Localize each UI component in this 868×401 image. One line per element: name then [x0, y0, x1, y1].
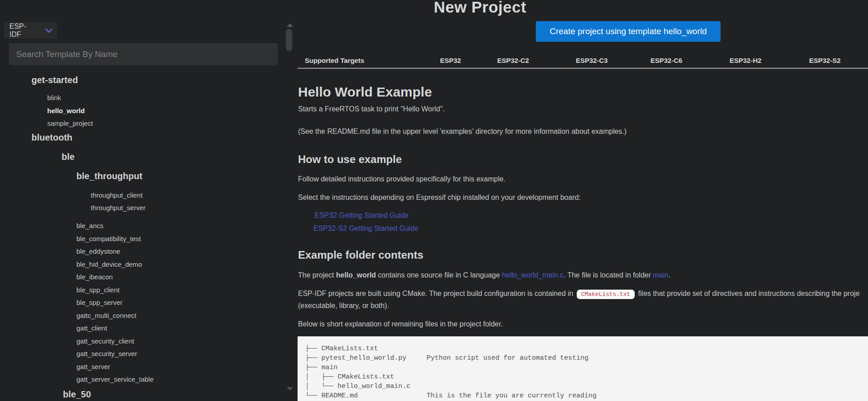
readme-paragraph: (See the README.md file in the upper lev…: [298, 128, 627, 136]
folder-contents-heading: Example folder contents: [298, 249, 423, 261]
readme-paragraph: Select the instructions depending on Esp…: [298, 194, 581, 202]
esp32-guide-link[interactable]: ESP32 Getting Started Guide: [315, 212, 409, 219]
scrollbar-up-arrow-icon[interactable]: [287, 23, 293, 27]
targets-divider: [298, 68, 868, 69]
tree-item-ble_ancs[interactable]: ble_ancs: [76, 220, 103, 232]
tree-item-gatt_server_service_table[interactable]: gatt_server_service_table: [76, 373, 154, 386]
tree-item-ble_hid_device_demo[interactable]: ble_hid_device_demo: [76, 258, 142, 271]
tree-item-throughput_server[interactable]: throughput_server: [91, 202, 146, 214]
target-chip-ESP32-C6: ESP32-C6: [650, 57, 682, 64]
main-folder-link[interactable]: main: [653, 271, 668, 279]
sidebar-scrollbar-thumb[interactable]: [286, 29, 292, 51]
tree-category-ble[interactable]: ble: [62, 150, 75, 163]
tree-item-gatt_server[interactable]: gatt_server: [76, 361, 110, 373]
folder-tree-text: ├── CMakeLists.txt ├── pytest_hello_worl…: [305, 344, 868, 401]
text-run: . The file is located in folder: [564, 271, 653, 279]
target-chip-ESP32: ESP32: [440, 57, 461, 64]
tree-item-gatt_security_server[interactable]: gatt_security_server: [76, 348, 137, 360]
tree-item-ble_eddystone[interactable]: ble_eddystone: [76, 245, 120, 258]
tree-category-ble_50[interactable]: ble_50: [63, 388, 91, 401]
tree-item-gatt_client[interactable]: gatt_client: [76, 322, 107, 335]
target-chip-ESP32-S2: ESP32-S2: [809, 57, 841, 64]
tree-item-gattc_multi_connect[interactable]: gattc_multi_connect: [76, 309, 136, 322]
how-to-use-heading: How to use example: [298, 153, 402, 166]
readme-paragraph: Below is short explanation of remaining …: [298, 320, 503, 328]
readme-paragraph: ESP-IDF projects are built using CMake. …: [298, 290, 859, 298]
tree-category-bluetooth[interactable]: bluetooth: [31, 131, 72, 144]
text-run: .: [668, 271, 670, 279]
list-item: ESP32 Getting Started Guide: [315, 212, 409, 220]
readme-title: Hello World Example: [298, 84, 432, 100]
tree-item-hello_world[interactable]: hello_world: [47, 105, 85, 117]
target-chip-ESP32-C2: ESP32-C2: [497, 57, 529, 64]
folder-tree-code-block: ├── CMakeLists.txt ├── pytest_hello_worl…: [298, 336, 868, 401]
target-chip-ESP32-H2: ESP32-H2: [730, 57, 761, 64]
page-title: New Project: [434, 0, 526, 16]
text-run: hello_world: [336, 271, 376, 279]
tree-item-gatt_security_client[interactable]: gatt_security_client: [76, 335, 134, 348]
tree-item-ble_spp_server[interactable]: ble_spp_server: [76, 296, 123, 309]
supported-targets-label: Supported Targets: [305, 57, 364, 64]
tree-item-ble_compatibility_test[interactable]: ble_compatibility_test: [76, 233, 141, 245]
target-chip-ESP32-C3: ESP32-C3: [576, 57, 608, 64]
inline-code-cmakelists: CMakeLists.txt: [577, 290, 635, 299]
scrollbar-down-arrow-icon[interactable]: [287, 387, 293, 391]
tree-item-blink[interactable]: blink: [47, 92, 61, 104]
new-project-page: ESP-IDF get-startedblinkhello_worldsampl…: [0, 0, 868, 401]
tree-item-throughput_client[interactable]: throughput_client: [91, 189, 142, 202]
template-tree: get-startedblinkhello_worldsample_projec…: [0, 0, 283, 401]
readme-paragraph: Follow detailed instructions provided sp…: [298, 175, 506, 183]
list-item: ESP32-S2 Getting Started Guide: [313, 225, 418, 233]
readme-paragraph: (executable, library, or both).: [298, 302, 389, 310]
tree-item-ble_spp_client[interactable]: ble_spp_client: [76, 284, 120, 296]
tree-item-sample_project[interactable]: sample_project: [47, 117, 93, 130]
esp32-s2-guide-link[interactable]: ESP32-S2 Getting Started Guide: [313, 225, 418, 232]
hello-world-main-link[interactable]: hello_world_main.c: [502, 271, 564, 279]
readme-paragraph: The project hello_world contains one sou…: [298, 271, 671, 279]
text-run: ESP-IDF projects are built using CMake. …: [298, 290, 575, 297]
text-run: The project: [298, 271, 336, 279]
readme-paragraph: Starts a FreeRTOS task to print "Hello W…: [298, 105, 445, 113]
text-run: files that provide set of directives and…: [636, 290, 859, 297]
create-project-button[interactable]: Create project using template hello_worl…: [536, 21, 721, 42]
tree-item-ble_ibeacon[interactable]: ble_ibeacon: [76, 271, 113, 283]
tree-category-ble_throughput[interactable]: ble_throughput: [76, 169, 142, 183]
tree-category-get-started[interactable]: get-started: [31, 73, 78, 87]
text-run: contains one source file in C language: [376, 271, 502, 279]
